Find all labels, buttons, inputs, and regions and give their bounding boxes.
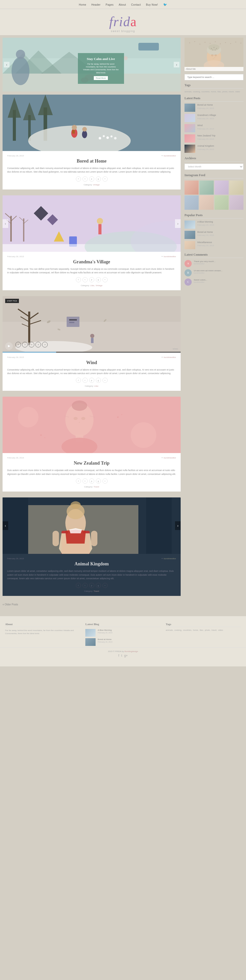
svg-point-123	[211, 54, 213, 56]
social-google-wind[interactable]: g	[96, 378, 101, 383]
footer-post-title-bored: Bored at Home	[98, 638, 112, 641]
footer-tag-travel[interactable]: travel	[212, 629, 218, 631]
post-social-wind: f t p g +	[7, 378, 176, 383]
video-play-button[interactable]: ▶	[5, 342, 13, 350]
social-twitter-animal[interactable]: t	[83, 583, 87, 588]
social-google-grandma[interactable]: g	[96, 277, 101, 282]
svg-rect-59	[69, 319, 77, 320]
social-plus-grandma[interactable]: +	[103, 277, 108, 282]
search-input[interactable]	[184, 74, 243, 80]
footer-social-icons: f t g+	[0, 654, 246, 657]
svg-point-73	[73, 417, 78, 420]
nav-contact[interactable]: Contact	[131, 3, 141, 6]
social-pinterest-bored[interactable]: p	[89, 177, 94, 181]
instagram-thumb-6[interactable]	[199, 196, 213, 210]
footer-social-google-icon[interactable]: g+	[124, 654, 128, 657]
grandma-village-illustration	[3, 196, 181, 252]
social-plus-wind[interactable]: +	[103, 378, 108, 383]
instagram-thumb-4[interactable]	[229, 180, 243, 195]
social-facebook-wind[interactable]: f	[76, 378, 81, 383]
tag-video[interactable]: video	[235, 91, 240, 93]
nav-header[interactable]: Header	[92, 3, 101, 6]
footer-blog-title: Latest Blog	[85, 622, 160, 627]
hero-next-button[interactable]: ›	[174, 62, 179, 67]
comment-avatar-2: B	[184, 269, 192, 277]
social-pinterest-nz[interactable]: p	[89, 479, 94, 484]
content-area: Stay Calm and Live Far far away, behind …	[0, 38, 246, 610]
gallery-next-button[interactable]: ›	[175, 219, 181, 228]
social-facebook-bored[interactable]: f	[76, 177, 81, 181]
footer-tag-animals[interactable]: animals	[166, 629, 174, 631]
older-posts-button[interactable]: « Older Posts	[3, 603, 18, 606]
comment-author-2: burstinkeditor	[194, 272, 222, 274]
social-plus-animal[interactable]: +	[103, 583, 108, 588]
social-pinterest-grandma[interactable]: p	[89, 277, 94, 282]
social-facebook-animal[interactable]: f	[76, 583, 81, 588]
comment-avatar-1: A	[184, 260, 192, 267]
footer-tag-video[interactable]: video	[218, 629, 224, 631]
main-wrapper: Stay Calm and Live Far far away, behind …	[0, 35, 246, 612]
social-plus-nz[interactable]: +	[103, 479, 108, 484]
hero-prev-button[interactable]: ‹	[4, 62, 10, 67]
footer-tag-home[interactable]: home	[193, 629, 199, 631]
svg-rect-25	[72, 130, 75, 134]
instagram-thumb-1[interactable]	[184, 180, 198, 195]
social-google-nz[interactable]: g	[96, 479, 101, 484]
social-twitter-wind[interactable]: t	[83, 378, 87, 383]
instagram-thumb-7[interactable]	[214, 196, 229, 210]
social-pinterest-wind[interactable]: p	[89, 378, 94, 383]
main-content: Stay Calm and Live Far far away, behind …	[3, 38, 181, 610]
footer-tag-lilac[interactable]: lilac	[200, 629, 204, 631]
social-twitter-grandma[interactable]: t	[83, 277, 87, 282]
navigation: Home Header Pages About Contact Buy Now!…	[0, 0, 246, 9]
archives-select[interactable]: Select Month February 2015 January 2015 …	[184, 164, 243, 170]
tag-travel[interactable]: travel	[229, 91, 235, 93]
footer-post-thumb-blue	[85, 629, 95, 637]
footer-tag-countries[interactable]: countries	[183, 629, 192, 631]
instagram-thumb-5[interactable]	[184, 196, 198, 210]
social-google-bored[interactable]: g	[96, 177, 101, 181]
post-image-wind: STAFF PICK ★ ★ ★ ★ ★ ▶ vimeo	[3, 296, 181, 353]
animal-gallery-next-button[interactable]: ›	[175, 521, 181, 530]
footer-tag-cooking[interactable]: cooking	[174, 629, 183, 631]
social-facebook-nz[interactable]: f	[76, 479, 81, 484]
instagram-thumb-2[interactable]	[199, 180, 213, 195]
sidebar-about-section: About Me	[184, 38, 243, 71]
post-social-grandma: f t p g +	[7, 277, 176, 282]
social-facebook-grandma[interactable]: f	[76, 277, 81, 282]
nav-home[interactable]: Home	[79, 3, 86, 6]
social-pinterest-animal[interactable]: p	[89, 583, 94, 588]
footer-tag-photo[interactable]: photo	[205, 629, 211, 631]
hero-read-more-button[interactable]: Read More	[94, 76, 108, 80]
post-image-grandma: ‹ ›	[3, 196, 181, 252]
tag-cooking[interactable]: cooking	[193, 91, 201, 93]
footer-social-twitter-icon[interactable]: t	[121, 654, 122, 657]
instagram-thumb-8[interactable]	[229, 196, 243, 210]
post-author-nz: ✏ burstinkeditor	[162, 457, 176, 459]
footer-social-facebook-icon[interactable]: f	[118, 654, 119, 657]
footer-about-col: About Far far away, behind the word moun…	[5, 622, 80, 648]
footer-bottom: 2015 © FRIDA by Burstingdesign f t g+	[0, 648, 246, 660]
tag-animals[interactable]: animals	[184, 91, 192, 93]
nav-twitter-link[interactable]: 🐦	[163, 3, 167, 6]
comment-text-3: Sweet colors...	[194, 278, 207, 281]
social-twitter-nz[interactable]: t	[83, 479, 87, 484]
tag-photo[interactable]: photo	[222, 91, 228, 93]
social-twitter-bored[interactable]: t	[83, 177, 87, 181]
footer-copyright-link[interactable]: Burstingdesign	[125, 650, 138, 652]
animal-gallery-prev-button[interactable]: ‹	[3, 521, 8, 530]
nav-about[interactable]: About	[119, 3, 126, 6]
gallery-prev-button[interactable]: ‹	[3, 219, 8, 228]
tag-countries[interactable]: countries	[202, 91, 210, 93]
instagram-thumb-3[interactable]	[214, 180, 229, 195]
tag-home[interactable]: home	[211, 91, 216, 93]
social-google-animal[interactable]: g	[96, 583, 101, 588]
nav-buy[interactable]: Buy Now!	[146, 3, 158, 6]
tag-lilac[interactable]: lilac	[217, 91, 222, 93]
comment-text-2: Ut wisi enim ad minim veniam...	[194, 269, 222, 272]
svg-rect-97	[146, 498, 172, 554]
nav-pages[interactable]: Pages	[106, 3, 114, 6]
social-plus-bored[interactable]: +	[103, 177, 108, 181]
award-1: ★	[15, 342, 21, 347]
post-new-zealand: February 28, 2015 ✏ burstinkeditor New Z…	[3, 397, 181, 493]
